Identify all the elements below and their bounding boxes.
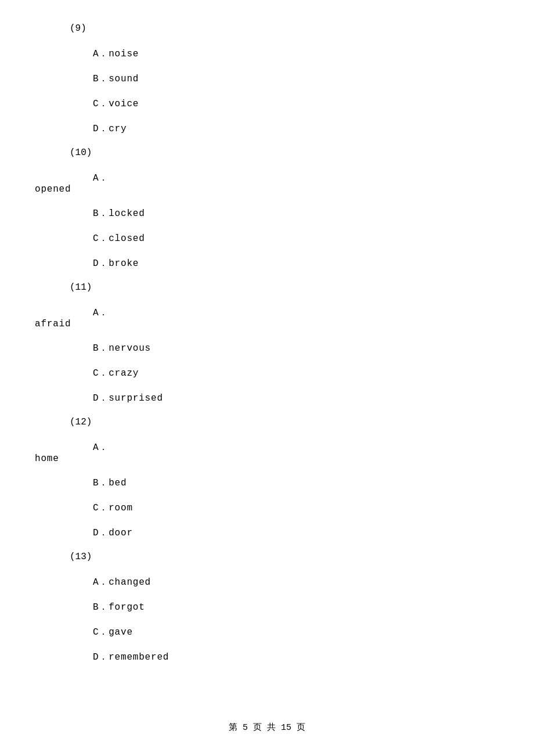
page-footer: 第 5 页 共 15 页	[0, 722, 534, 733]
q11-option-b: B．nervous	[93, 342, 499, 354]
q12-option-b: B．bed	[93, 477, 499, 489]
q11-option-c: C．crazy	[93, 367, 499, 379]
q10-option-b: B．locked	[93, 207, 499, 219]
q11-option-a-line1: A．	[93, 307, 499, 319]
question-9-number: (9)	[70, 23, 499, 34]
q9-option-a: A．noise	[93, 48, 499, 60]
q13-option-b: B．forgot	[93, 601, 499, 613]
q12-option-a-line2: home	[35, 453, 499, 464]
q10-option-a-line1: A．	[93, 172, 499, 184]
question-13-number: (13)	[70, 552, 499, 562]
q12-option-d: D．door	[93, 527, 499, 539]
question-11-number: (11)	[70, 282, 499, 293]
q9-option-b: B．sound	[93, 73, 499, 85]
q12-option-c: C．room	[93, 502, 499, 514]
q10-option-a-line2: opened	[35, 184, 499, 195]
q13-option-c: C．gave	[93, 626, 499, 638]
q10-option-c: C．closed	[93, 232, 499, 244]
q13-option-a: A．changed	[93, 576, 499, 588]
q11-option-d: D．surprised	[93, 392, 499, 404]
q11-option-a-line2: afraid	[35, 319, 499, 329]
q10-option-d: D．broke	[93, 257, 499, 269]
q9-option-d: D．cry	[93, 123, 499, 135]
content-area: (9) A．noise B．sound C．voice D．cry (10) A…	[35, 23, 499, 663]
q12-option-a-line1: A．	[93, 441, 499, 453]
q13-option-d: D．remembered	[93, 651, 499, 663]
question-12-number: (12)	[70, 417, 499, 427]
q9-option-c: C．voice	[93, 98, 499, 110]
question-10-number: (10)	[70, 147, 499, 158]
